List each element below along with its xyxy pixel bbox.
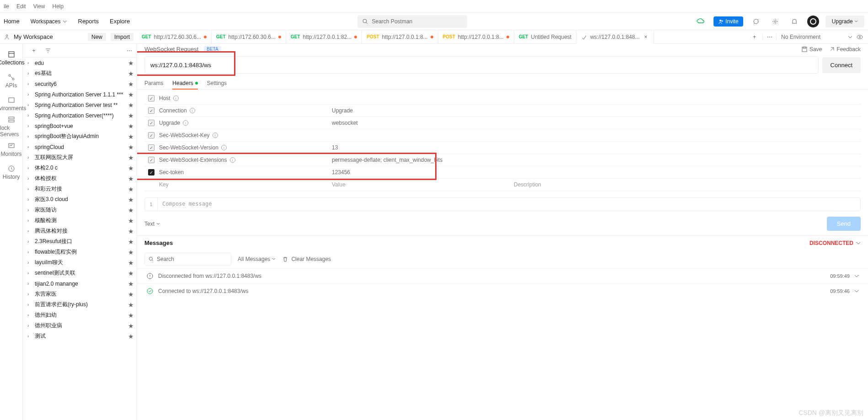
feedback-button[interactable]: Feedback <box>829 46 861 53</box>
header-row[interactable]: Sec-WebSocket-Key i <box>144 129 861 142</box>
star-icon[interactable]: ★ <box>128 249 134 256</box>
star-icon[interactable]: ★ <box>128 228 134 235</box>
save-button[interactable]: Save <box>801 46 822 53</box>
rail-mock-servers[interactable]: lock Servers <box>0 115 22 138</box>
new-button[interactable]: New <box>88 33 106 41</box>
menu-view[interactable]: View <box>33 3 45 10</box>
checkbox[interactable] <box>148 107 154 114</box>
star-icon[interactable]: ★ <box>128 238 134 245</box>
star-icon[interactable]: ★ <box>128 70 134 77</box>
collection-item[interactable]: ›互联网医院大屏★ <box>23 152 137 163</box>
import-button[interactable]: Import <box>111 33 133 41</box>
header-row[interactable]: Sec-WebSocket-Extensions ipermessage-def… <box>144 154 861 166</box>
header-row[interactable]: Upgrade iwebsocket <box>144 117 861 129</box>
checkbox[interactable] <box>148 95 154 101</box>
collection-item[interactable]: ›springBoot整合layuiAdmin★ <box>23 131 137 142</box>
rail-environments[interactable]: nvironments <box>0 92 22 115</box>
menu-file[interactable]: ile <box>4 3 9 10</box>
collection-item[interactable]: ›前置请求拦截(ry-plus)★ <box>23 299 137 310</box>
collection-item[interactable]: ›edu★ <box>23 58 137 68</box>
star-icon[interactable]: ★ <box>128 165 134 172</box>
settings-icon[interactable] <box>769 15 782 28</box>
chevron-down-icon[interactable] <box>856 241 861 245</box>
request-tab[interactable]: GEThttp://172.60.30.6... <box>212 30 286 44</box>
connect-button[interactable]: Connect <box>822 57 861 73</box>
star-icon[interactable]: ★ <box>128 122 134 130</box>
collection-item[interactable]: ›flowable流程实例★ <box>23 247 137 257</box>
upgrade-button[interactable]: Upgrade <box>825 16 864 27</box>
collection-item[interactable]: ›家医3.0 cloud★ <box>23 194 137 205</box>
request-tab[interactable]: GETUntitled Request <box>514 30 576 44</box>
collection-item[interactable]: ›sentinel测试关联★ <box>23 268 137 278</box>
clear-messages-button[interactable]: Clear Messages <box>282 256 331 262</box>
collection-item[interactable]: ›东营家医★ <box>23 289 137 299</box>
request-tab[interactable]: ws://127.0.0.1:848...× <box>576 30 654 44</box>
messages-search[interactable]: Search <box>144 253 231 266</box>
star-icon[interactable]: ★ <box>128 312 134 319</box>
collection-item[interactable]: ›家医随访★ <box>23 205 137 215</box>
close-icon[interactable]: × <box>642 34 649 40</box>
star-icon[interactable]: ★ <box>128 91 134 98</box>
tab-params[interactable]: Params <box>144 77 163 89</box>
capture-icon[interactable] <box>750 15 762 28</box>
collection-item[interactable]: ›security6★ <box>23 79 137 89</box>
star-icon[interactable]: ★ <box>128 101 134 109</box>
message-type-selector[interactable]: Text <box>144 221 160 227</box>
collection-item[interactable]: ›Spring Authorization Server 1.1.1 ***★ <box>23 89 137 100</box>
avatar[interactable] <box>807 16 819 27</box>
checkbox[interactable] <box>148 132 154 138</box>
request-tab[interactable]: GEThttp://127.0.0.1:82... <box>286 30 362 44</box>
workspace-title[interactable]: My Workspace <box>14 33 84 40</box>
star-icon[interactable]: ★ <box>128 175 134 182</box>
eye-icon[interactable] <box>856 33 863 41</box>
rail-apis[interactable]: APIs <box>0 69 22 92</box>
request-tab[interactable]: POSThttp://127.0.0.1:8... <box>438 30 514 44</box>
rail-collections[interactable]: Collections <box>0 47 22 69</box>
checkbox[interactable] <box>148 169 154 175</box>
tab-headers[interactable]: Headers <box>172 77 197 89</box>
message-row[interactable]: Connected to ws://127.0.0.1:8483/ws09:59… <box>137 283 868 298</box>
more-icon[interactable]: ⋯ <box>127 48 132 54</box>
star-icon[interactable]: ★ <box>128 301 134 308</box>
request-tab[interactable]: POSThttp://127.0.0.1:8... <box>362 30 438 44</box>
collection-item[interactable]: ›测试★ <box>23 331 137 341</box>
menu-edit[interactable]: Edit <box>16 3 26 10</box>
collection-item[interactable]: ›Spring Authorization Server(****)★ <box>23 110 137 121</box>
header-row[interactable]: Host i <box>144 92 861 105</box>
collection-item[interactable]: ›layuiIm聊天★ <box>23 257 137 268</box>
star-icon[interactable]: ★ <box>128 333 134 340</box>
nav-reports[interactable]: Reports <box>78 18 99 25</box>
bell-icon[interactable] <box>788 15 801 28</box>
star-icon[interactable]: ★ <box>128 133 134 140</box>
send-button[interactable]: Send <box>827 217 861 231</box>
rail-monitors[interactable]: Monitors <box>0 138 22 161</box>
nav-workspaces[interactable]: Workspaces <box>31 18 67 25</box>
collection-item[interactable]: ›和彩云对接★ <box>23 184 137 194</box>
sync-icon[interactable] <box>694 15 707 28</box>
messages-filter[interactable]: All Messages <box>238 256 276 262</box>
collection-item[interactable]: ›springCloud★ <box>23 142 137 152</box>
nav-home[interactable]: Home <box>4 18 20 25</box>
environment-selector[interactable]: No Environment <box>777 33 868 41</box>
star-icon[interactable]: ★ <box>128 270 134 277</box>
collection-item[interactable]: ›德州职业病★ <box>23 320 137 331</box>
star-icon[interactable]: ★ <box>128 322 134 330</box>
star-icon[interactable]: ★ <box>128 154 134 161</box>
header-row[interactable]: Connection iUpgrade <box>144 105 861 117</box>
star-icon[interactable]: ★ <box>128 112 134 119</box>
collection-item[interactable]: ›体检2.0 c★ <box>23 163 137 173</box>
request-tab[interactable]: GEThttp://172.60.30.6... <box>137 30 212 44</box>
header-row[interactable]: Sec-token123456 <box>144 166 861 179</box>
tab-more[interactable]: ⋯ <box>763 34 777 40</box>
collection-item[interactable]: ›核酸检测★ <box>23 215 137 226</box>
collection-item[interactable]: ›2.3Resufut接口★ <box>23 236 137 247</box>
collection-item[interactable]: ›体检授权★ <box>23 173 137 184</box>
chevron-down-icon[interactable] <box>854 289 859 293</box>
collection-item[interactable]: ›腾讯体检对接★ <box>23 226 137 236</box>
checkbox[interactable] <box>148 120 154 126</box>
url-input[interactable]: ws://127.0.0.1:8483/ws <box>144 56 819 74</box>
collection-item[interactable]: ›Spring Authorization Server test **★ <box>23 100 137 110</box>
star-icon[interactable]: ★ <box>128 207 134 214</box>
filter-icon[interactable] <box>45 48 51 54</box>
tab-new[interactable]: + <box>746 34 763 40</box>
